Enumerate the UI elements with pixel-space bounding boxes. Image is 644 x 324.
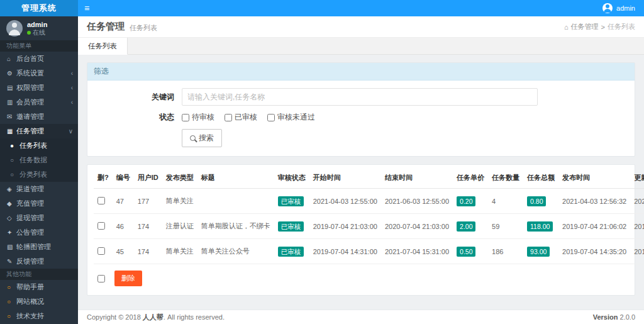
user-menu[interactable]: admin (602, 3, 644, 13)
tab-task-list[interactable]: 任务列表 (78, 38, 128, 55)
task-table: 删? 编号 用户ID 发布类型 标题 审核状态 开始时间 结束时间 任务单价 任… (94, 167, 644, 264)
feedback-icon: ✎ (7, 254, 16, 269)
select-all-checkbox[interactable] (97, 275, 105, 282)
cell-publish-time: 2021-04-03 12:56:32 (558, 189, 630, 214)
user-avatar-icon (602, 3, 613, 13)
sidebar-item-home[interactable]: ⌂ 后台首页 (0, 52, 78, 66)
col-id: 编号 (113, 167, 134, 189)
cell-id: 47 (113, 189, 134, 214)
cell-start-time: 2019-07-04 21:03:00 (309, 214, 381, 239)
sidebar-item-task[interactable]: ▦ 任务管理 ∨ (0, 124, 78, 138)
breadcrumb-current: 任务列表 (608, 22, 635, 31)
cell-user-id: 174 (134, 214, 162, 239)
circle-icon: ○ (7, 309, 16, 323)
task-submenu: ● 任务列表 ○ 任务数据 ○ 分类列表 (0, 138, 78, 182)
col-user-id: 用户ID (134, 167, 162, 189)
copyright: Copyright © 2018 人人帮. All rights reserve… (87, 310, 225, 324)
sidebar-item-help[interactable]: ○ 帮助手册 (0, 280, 78, 294)
menu-section-other: 其他功能 (0, 269, 78, 280)
cell-publish-time: 2019-07-04 21:06:02 (558, 214, 630, 239)
col-type: 发布类型 (162, 167, 197, 189)
dot-icon: ○ (10, 153, 19, 167)
sidebar-item-settings[interactable]: ⚙ 系统设置 ‹ (0, 66, 78, 81)
sidebar-item-recharge[interactable]: ◆ 充值管理 (0, 196, 78, 211)
sidebar-item-banner[interactable]: ▧ 轮播图管理 (0, 240, 78, 254)
chevron-left-icon: ‹ (71, 81, 73, 95)
sidebar-profile[interactable]: admin 在线 (0, 16, 78, 40)
approved-checkbox[interactable] (225, 114, 232, 121)
chevron-down-icon: ∨ (69, 124, 73, 138)
circle-icon: ○ (7, 294, 16, 309)
version-info: Version 2.0.0 (593, 310, 635, 324)
page-title: 任务管理 (87, 21, 125, 33)
cell-publish-time: 2019-07-04 14:35:20 (558, 239, 630, 264)
cell-end-time: 2020-07-04 21:03:00 (381, 214, 453, 239)
invite-icon: ✉ (7, 109, 16, 124)
status-option-approved[interactable]: 已审核 (225, 112, 257, 123)
sidebar-item-task-list[interactable]: ● 任务列表 (0, 138, 78, 153)
breadcrumb-root[interactable]: 任务管理 (571, 22, 599, 31)
sidebar-item-member[interactable]: ▥ 会员管理 ‹ (0, 95, 78, 109)
withdraw-icon: ◇ (7, 211, 16, 225)
gear-icon: ⚙ (7, 66, 16, 81)
copyright-suffix: . All rights reserved. (164, 313, 225, 321)
sidebar: admin 在线 功能菜单 ⌂ 后台首页 ⚙ 系统设置 ‹ ▤ 权限管理 ‹ ▥… (0, 16, 78, 324)
sidebar-item-task-data[interactable]: ○ 任务数据 (0, 153, 78, 167)
sidebar-item-invite[interactable]: ✉ 邀请管理 (0, 109, 78, 124)
channel-icon: ◈ (7, 182, 16, 196)
page-subtitle: 任务列表 (130, 23, 157, 33)
sidebar-item-notice[interactable]: ✦ 公告管理 (0, 225, 78, 240)
table-header-row: 删? 编号 用户ID 发布类型 标题 审核状态 开始时间 结束时间 任务单价 任… (94, 167, 644, 189)
sidebar-item-channel[interactable]: ◈ 渠道管理 (0, 182, 78, 196)
footer: Copyright © 2018 人人帮. All rights reserve… (78, 310, 644, 324)
col-end: 结束时间 (381, 167, 453, 189)
sidebar-item-withdraw[interactable]: ◇ 提现管理 (0, 211, 78, 225)
members-icon: ▥ (7, 95, 16, 109)
sidebar-item-website[interactable]: ○ 网站概况 (0, 294, 78, 309)
total-badge: 118.00 (527, 221, 553, 232)
sidebar-item-category-list[interactable]: ○ 分类列表 (0, 167, 78, 182)
cell-start-time: 2021-04-03 12:55:00 (309, 189, 381, 214)
cell-quantity: 4 (488, 189, 523, 214)
chevron-left-icon: ‹ (71, 66, 73, 81)
cell-type: 简单关注 (162, 239, 197, 264)
price-badge: 0.50 (457, 247, 475, 257)
table-row: 45 174 简单关注 简单关注公众号 已审核 2019-07-04 14:31… (94, 239, 644, 264)
cell-quantity: 186 (488, 239, 523, 264)
pending-checkbox[interactable] (182, 114, 189, 121)
cell-id: 46 (113, 214, 134, 239)
row-checkbox[interactable] (97, 222, 105, 230)
sidebar-item-feedback[interactable]: ✎ 反馈管理 (0, 254, 78, 269)
row-checkbox[interactable] (97, 247, 105, 255)
total-badge: 93.00 (527, 247, 550, 257)
hamburger-icon[interactable]: ≡ (84, 0, 89, 16)
cell-title: 简单关注公众号 (197, 239, 274, 264)
col-publish: 发布时间 (558, 167, 630, 189)
profile-status: 在线 (27, 29, 47, 36)
sidebar-item-permission[interactable]: ▤ 权限管理 ‹ (0, 81, 78, 95)
task-icon: ▦ (7, 124, 16, 138)
total-badge: 0.80 (527, 196, 546, 206)
rejected-checkbox[interactable] (267, 114, 275, 121)
cell-title (197, 189, 274, 214)
row-checkbox[interactable] (97, 197, 105, 204)
cell-user-id: 174 (134, 239, 162, 264)
version-label: Version (593, 313, 618, 321)
bulk-action-row: 删除 (94, 264, 628, 288)
status-option-rejected[interactable]: 审核未通过 (267, 112, 315, 123)
status-option-pending[interactable]: 待审核 (182, 112, 214, 123)
delete-button[interactable]: 删除 (114, 271, 142, 286)
price-badge: 2.00 (457, 221, 475, 232)
home-icon: ⌂ (564, 23, 569, 31)
task-table-body: 47 177 简单关注 已审核 2021-04-03 12:55:00 2021… (94, 189, 644, 264)
status-badge: 已审核 (278, 196, 304, 206)
sidebar-item-support[interactable]: ○ 技术支持 (0, 309, 78, 323)
search-button-label: 搜索 (199, 133, 214, 143)
breadcrumb: ⌂ 任务管理 > 任务列表 (564, 22, 635, 31)
cell-update-time: 2019-07-04 14:38:52 (630, 239, 644, 264)
status-badge: 已审核 (278, 221, 304, 232)
page-header: 任务管理 任务列表 ⌂ 任务管理 > 任务列表 (78, 16, 644, 38)
keyword-input[interactable] (182, 88, 538, 106)
col-delete: 删? (94, 167, 113, 189)
search-button[interactable]: 搜索 (182, 129, 222, 147)
